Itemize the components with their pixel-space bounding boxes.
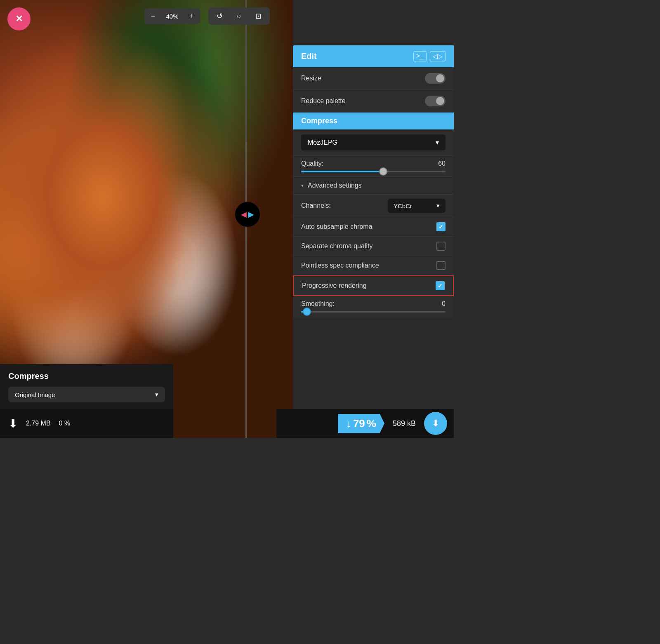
compress-panel: Compress Original Image ▾	[0, 364, 173, 409]
reduce-palette-row: Reduce palette	[293, 90, 454, 113]
auto-subsample-row: Auto subsample chroma	[293, 217, 454, 237]
smoothing-slider-track[interactable]	[301, 311, 446, 313]
close-icon: ✕	[15, 14, 23, 24]
quality-slider-thumb[interactable]	[379, 167, 387, 176]
view-controls: ↺ ○ ⊡	[208, 7, 270, 25]
download-icon: ⬇	[432, 418, 439, 429]
resize-row: Resize	[293, 67, 454, 90]
pointless-spec-row: Pointless spec compliance	[293, 256, 454, 275]
reduce-palette-toggle[interactable]	[425, 96, 446, 106]
smoothing-label: Smoothing:	[301, 300, 335, 308]
smoothing-slider-thumb[interactable]	[303, 308, 311, 316]
quality-slider-track[interactable]	[301, 171, 446, 172]
separate-chroma-label: Separate chroma quality	[301, 242, 372, 250]
quality-value: 60	[438, 160, 446, 167]
channels-dropdown[interactable]: YCbCr ▾	[388, 199, 446, 213]
bottom-status-right: ↓ 79 % 589 kB ⬇	[276, 409, 454, 438]
resize-label: Resize	[301, 75, 321, 82]
toolbar: − 40% + ↺ ○ ⊡	[144, 7, 270, 25]
auto-subsample-checkbox[interactable]	[436, 222, 446, 231]
channels-arrow-icon: ▾	[436, 202, 440, 209]
circle-button[interactable]: ○	[230, 8, 248, 24]
source-dropdown[interactable]: Original Image ▾	[8, 387, 165, 402]
savings-badge: ↓ 79 %	[338, 414, 384, 433]
progressive-label: Progressive rendering	[302, 282, 367, 289]
download-button[interactable]: ⬇	[424, 412, 447, 435]
source-value: Original Image	[15, 391, 55, 398]
bottom-status-left: ⬇ 2.79 MB 0 %	[0, 409, 173, 438]
quality-label: Quality:	[301, 160, 323, 167]
compress-section-header: Compress	[293, 113, 454, 129]
advanced-settings-row[interactable]: ▾ Advanced settings	[293, 177, 454, 195]
separate-chroma-checkbox[interactable]	[436, 242, 446, 251]
close-button[interactable]: ✕	[7, 7, 31, 31]
progressive-rendering-row: Progressive rendering	[293, 275, 454, 296]
advanced-settings-label: Advanced settings	[308, 182, 362, 189]
compare-icon[interactable]: ◁▷	[430, 51, 446, 61]
quality-slider-fill	[301, 171, 381, 172]
quality-row: Quality: 60	[293, 156, 454, 177]
panel-title: Edit	[301, 52, 317, 61]
codec-dropdown[interactable]: MozJEPG ▾	[301, 134, 446, 150]
compress-panel-title: Compress	[8, 371, 165, 381]
chevron-down-icon: ▾	[301, 183, 304, 188]
channels-row: Channels: YCbCr ▾	[293, 195, 454, 217]
right-panel: Edit >_ ◁▷ Resize Reduce palette Compres…	[293, 45, 454, 317]
zoom-in-button[interactable]: +	[183, 8, 200, 24]
codec-arrow-icon: ▾	[436, 139, 439, 146]
terminal-icon[interactable]: >_	[413, 51, 427, 61]
savings-percent-sign: %	[367, 417, 376, 430]
download-left-icon: ⬇	[8, 417, 18, 430]
reduction-percent-label: 0 %	[59, 420, 71, 427]
separate-chroma-row: Separate chroma quality	[293, 237, 454, 256]
auto-subsample-label: Auto subsample chroma	[301, 223, 372, 230]
grid-button[interactable]: ⊡	[249, 8, 268, 24]
compress-section-title: Compress	[301, 117, 337, 125]
zoom-controls: − 40% +	[144, 8, 200, 24]
rotate-button[interactable]: ↺	[210, 8, 229, 24]
smoothing-row: Smoothing: 0	[293, 296, 454, 317]
quality-label-row: Quality: 60	[301, 160, 446, 167]
panel-header: Edit >_ ◁▷	[293, 45, 454, 67]
channels-value: YCbCr	[394, 202, 412, 209]
reduce-palette-label: Reduce palette	[301, 97, 346, 105]
savings-percent: 79	[353, 417, 365, 430]
file-size-label: 2.79 MB	[26, 420, 51, 427]
pointless-spec-label: Pointless spec compliance	[301, 262, 379, 269]
codec-dropdown-row: MozJEPG ▾	[293, 129, 454, 156]
resize-toggle[interactable]	[425, 73, 446, 84]
panel-header-icons: >_ ◁▷	[413, 51, 446, 61]
pointless-spec-checkbox[interactable]	[436, 261, 446, 270]
channels-label: Channels:	[301, 202, 331, 209]
savings-arrow-icon: ↓	[346, 417, 351, 430]
smoothing-label-row: Smoothing: 0	[301, 300, 446, 308]
source-dropdown-arrow-icon: ▾	[155, 391, 158, 398]
smoothing-value: 0	[442, 300, 446, 308]
progressive-checkbox[interactable]	[436, 281, 445, 290]
compare-handle[interactable]	[235, 202, 260, 227]
zoom-out-button[interactable]: −	[144, 8, 162, 24]
output-size-label: 589 kB	[388, 419, 421, 428]
zoom-value: 40%	[162, 9, 183, 24]
codec-value: MozJEPG	[308, 139, 337, 146]
